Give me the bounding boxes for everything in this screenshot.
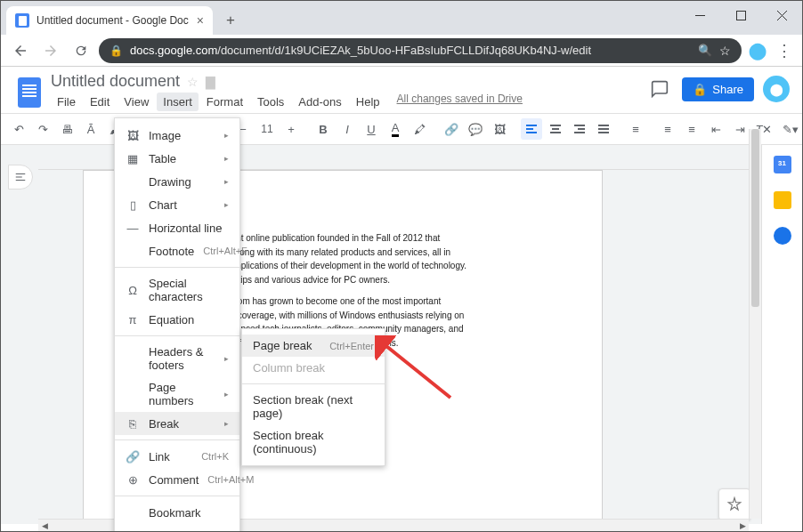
pi-icon: π [126,312,140,326]
insert-headers-item[interactable]: Headers & footers▸ [115,341,239,376]
text-color-button[interactable]: A [385,118,406,140]
menu-edit[interactable]: Edit [84,93,116,111]
minimize-button[interactable] [679,1,720,29]
align-left-button[interactable] [521,118,542,140]
extension-icon[interactable]: ⬤ [747,40,768,61]
line-spacing-button[interactable]: ≡ [625,118,646,140]
insert-link-button[interactable]: 🔗 [441,118,462,140]
increase-indent-button[interactable]: ⇥ [729,118,750,140]
scroll-right-icon[interactable]: ▶ [736,520,749,532]
url-field[interactable]: 🔒 docs.google.com/document/d/1k9UCiEZAk_… [99,38,742,63]
docs-header: Untitled document ☆ ▇ File Edit View Ins… [1,67,802,113]
omega-icon: Ω [126,283,140,297]
save-status[interactable]: All changes saved in Drive [397,93,523,111]
star-icon[interactable]: ☆ [187,75,199,89]
insert-table-item[interactable]: ▦Table▸ [115,147,239,170]
undo-button[interactable]: ↶ [8,118,29,140]
insert-equation-item[interactable]: πEquation [115,308,239,331]
bookmark-star-icon[interactable]: ☆ [719,44,731,58]
menu-addons[interactable]: Add-ons [292,93,347,111]
tab-title: Untitled document - Google Doc [36,14,189,27]
window-controls [679,1,802,29]
align-justify-button[interactable] [593,118,614,140]
insert-drawing-item[interactable]: Drawing▸ [115,170,239,193]
fontsize-input[interactable]: 11 [256,118,278,140]
back-button[interactable] [8,38,33,63]
docs-favicon [15,13,29,28]
keep-icon[interactable] [774,191,791,209]
fontsize-increase[interactable]: + [280,118,302,140]
insert-comment-button[interactable]: 💬 [465,118,486,140]
move-folder-icon[interactable]: ▇ [206,75,215,89]
image-icon: 🖼 [126,128,140,142]
print-button[interactable]: 🖶 [56,118,77,140]
page-break-item[interactable]: Page breakCtrl+Enter [242,335,385,357]
close-window-button[interactable] [761,1,802,29]
menu-insert[interactable]: Insert [157,93,199,111]
comments-icon[interactable] [646,76,673,102]
close-tab-icon[interactable]: × [197,13,204,28]
tasks-icon[interactable] [774,227,791,245]
menu-bar: File Edit View Insert Format Tools Add-o… [51,93,646,111]
vertical-scrollbar[interactable] [749,129,761,519]
zoom-icon[interactable]: 🔍 [698,44,712,57]
forward-button[interactable] [38,38,63,63]
section-break-cont-item[interactable]: Section break (continuous) [242,424,385,460]
spellcheck-button[interactable]: Ā [80,118,101,140]
calendar-icon[interactable] [774,156,791,173]
document-title[interactable]: Untitled document [51,72,180,91]
explore-button[interactable] [718,488,750,520]
section-break-next-item[interactable]: Section break (next page) [242,389,385,424]
align-center-button[interactable] [545,118,566,140]
outline-toggle-button[interactable] [8,165,33,189]
lock-icon: 🔒 [693,83,707,96]
chart-icon: ▯ [126,197,140,212]
scroll-left-icon[interactable]: ◀ [38,520,51,532]
decrease-indent-button[interactable]: ⇤ [705,118,726,140]
url-text: docs.google.com/document/d/1k9UCiEZAk_5b… [130,44,691,57]
insert-comment-item[interactable]: ⊕CommentCtrl+Alt+M [115,468,239,491]
share-button[interactable]: 🔒 Share [682,77,754,101]
insert-break-item[interactable]: ⎘Break▸ [115,412,239,435]
link-icon: 🔗 [126,449,140,463]
insert-hr-item[interactable]: —Horizontal line [115,216,239,239]
drawing-icon [126,174,140,189]
insert-pagenum-item[interactable]: Page numbers▸ [115,376,239,412]
docs-logo[interactable] [13,72,45,113]
insert-chart-item[interactable]: ▯Chart▸ [115,193,239,216]
user-avatar[interactable]: ⬤ [763,76,790,102]
insert-bookmark-item[interactable]: Bookmark [115,501,239,524]
italic-button[interactable]: I [337,118,358,140]
insert-link-item[interactable]: 🔗LinkCtrl+K [115,445,239,468]
align-right-button[interactable] [569,118,590,140]
share-label: Share [712,83,743,96]
hr-icon: — [126,221,140,235]
svg-rect-1 [736,11,745,20]
insert-image-button[interactable]: 🖼 [489,118,510,140]
new-tab-button[interactable]: + [218,8,243,33]
underline-button[interactable]: U [361,118,382,140]
comment-icon: ⊕ [126,472,140,487]
insert-special-item[interactable]: ΩSpecial characters [115,272,239,308]
menu-help[interactable]: Help [350,93,386,111]
reload-button[interactable] [69,38,93,63]
bulleted-list-button[interactable]: ≡ [681,118,702,140]
editing-mode-button[interactable]: ✎▾ [780,118,801,140]
redo-button[interactable]: ↷ [32,118,53,140]
insert-toc-item[interactable]: Table of contents▸ [115,524,239,532]
insert-dropdown: 🖼Image▸ ▦Table▸ Drawing▸ ▯Chart▸ —Horizo… [114,117,240,532]
menu-tools[interactable]: Tools [251,93,290,111]
numbered-list-button[interactable]: ≡ [657,118,678,140]
address-bar: 🔒 docs.google.com/document/d/1k9UCiEZAk_… [1,35,802,67]
bold-button[interactable]: B [312,118,334,140]
insert-footnote-item[interactable]: FootnoteCtrl+Alt+F [115,239,239,262]
left-gutter [1,145,38,524]
menu-file[interactable]: File [51,93,82,111]
browser-menu-icon[interactable]: ⋮ [774,40,795,61]
insert-image-item[interactable]: 🖼Image▸ [115,124,239,147]
menu-view[interactable]: View [118,93,155,111]
menu-format[interactable]: Format [200,93,249,111]
browser-tab[interactable]: Untitled document - Google Doc × [6,6,213,35]
maximize-button[interactable] [720,1,761,29]
highlight-button[interactable]: 🖍 [409,118,430,140]
